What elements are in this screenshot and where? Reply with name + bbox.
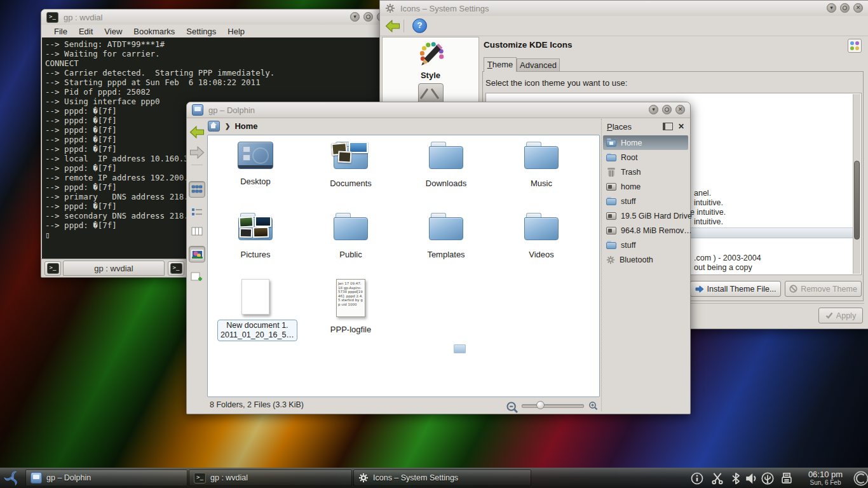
back-button[interactable] — [189, 124, 205, 140]
bluetooth-icon[interactable] — [729, 472, 742, 485]
help-button[interactable]: ? — [412, 18, 427, 33]
back-button[interactable] — [385, 20, 400, 32]
toolbar-separator — [403, 20, 404, 32]
place-item-home[interactable]: Home — [603, 135, 688, 150]
printer-icon[interactable] — [780, 472, 793, 485]
import-arrow-icon — [695, 285, 704, 293]
trash-icon — [607, 168, 615, 177]
sidebar-item-label: Style — [383, 71, 478, 80]
forward-icon — [189, 146, 205, 159]
pictures-folder-icon — [238, 213, 273, 242]
new-tab-button[interactable]: >_ — [44, 261, 61, 276]
close-button[interactable]: ✕ — [853, 3, 863, 13]
scrollbar[interactable] — [853, 94, 860, 274]
task-system-settings[interactable]: Icons – System Settings — [353, 470, 531, 486]
close-button[interactable]: ✕ — [675, 105, 685, 114]
preview-button[interactable] — [189, 246, 205, 262]
place-item-home-partition[interactable]: home — [603, 179, 688, 194]
folder-icon — [606, 153, 616, 161]
places-header: Places ✕ — [602, 119, 689, 134]
minimize-button[interactable]: ▾ — [827, 3, 836, 13]
tab-theme[interactable]: Theme — [484, 57, 517, 72]
maximize-button[interactable] — [363, 12, 373, 22]
tab-list-button[interactable]: >_ — [168, 261, 184, 276]
folder-item-pictures[interactable]: Pictures — [217, 213, 294, 259]
dolphin-icon — [31, 472, 42, 484]
folder-item-music[interactable]: Music — [503, 142, 580, 188]
folder-item-documents[interactable]: Documents — [313, 142, 389, 188]
maximize-button[interactable] — [840, 3, 850, 13]
blank-document-icon — [241, 279, 269, 315]
konsole-menubar: File Edit View Bookmarks Settings Help — [41, 25, 391, 37]
install-theme-button[interactable]: Install Theme File... — [690, 281, 781, 297]
scrollbar-thumb[interactable] — [854, 161, 860, 240]
task-konsole[interactable]: >_ gp : wvdial — [189, 470, 352, 486]
menu-edit[interactable]: Edit — [74, 26, 98, 37]
panel-cashew-icon[interactable] — [853, 470, 868, 487]
forward-button[interactable] — [189, 144, 205, 161]
documents-folder-icon — [334, 142, 368, 171]
apply-button[interactable]: Apply — [818, 308, 863, 323]
system-settings-toolbar: ? ▾ — [380, 16, 868, 36]
zoom-out-icon[interactable] — [506, 401, 519, 414]
menu-settings[interactable]: Settings — [181, 26, 221, 37]
klipper-scissors-icon[interactable] — [711, 472, 724, 485]
info-icon[interactable] — [691, 472, 703, 485]
usb-device-icon[interactable] — [761, 472, 774, 485]
konsole-titlebar[interactable]: >_ gp : wvdial ▾ ✕ — [41, 10, 391, 25]
menu-file[interactable]: File — [49, 26, 72, 37]
task-dolphin[interactable]: gp – Dolphin — [25, 470, 187, 486]
icons-view-button[interactable] — [189, 181, 205, 198]
clock[interactable]: 06:10 pm Sun, 6 Feb — [802, 470, 849, 486]
place-item-bluetooth[interactable]: Bluetooth — [603, 252, 688, 267]
no-entry-icon — [789, 285, 797, 293]
zoom-slider-track[interactable] — [522, 404, 584, 408]
maximize-button[interactable] — [662, 105, 672, 114]
module-heading: Customize KDE Icons — [484, 40, 573, 50]
details-view-button[interactable] — [189, 204, 205, 220]
place-item-trash[interactable]: Trash — [603, 165, 688, 179]
place-item-hard-drive[interactable]: 19.5 GiB Hard Drive — [603, 208, 688, 223]
file-item-ppp-logfile[interactable]: Jan 17 09:47:18 gp-Aspire-5738 pppd[1946… — [313, 279, 389, 334]
menu-help[interactable]: Help — [222, 26, 250, 37]
folder-item-downloads[interactable]: Downloads — [408, 142, 484, 188]
minimize-button[interactable]: ▾ — [350, 12, 360, 22]
tab-advanced[interactable]: Advanced — [517, 58, 560, 72]
volume-icon[interactable] — [745, 472, 758, 485]
menu-view[interactable]: View — [99, 26, 127, 37]
zoom-in-icon[interactable] — [588, 401, 598, 410]
folder-item-desktop[interactable]: Desktop — [217, 142, 294, 186]
konsole-tab[interactable]: gp : wvdial — [63, 261, 165, 276]
folder-view[interactable]: Desktop Documents Downloads Music — [207, 135, 600, 397]
place-item-stuff-2[interactable]: stuff — [603, 238, 688, 252]
folder-item-templates[interactable]: Templates — [408, 213, 484, 259]
home-icon — [606, 139, 616, 147]
float-panel-icon[interactable] — [663, 123, 673, 130]
folder-icon — [429, 142, 463, 171]
split-view-button[interactable] — [189, 269, 205, 285]
breadcrumb-home[interactable]: Home — [234, 121, 257, 131]
folder-item-public[interactable]: Public — [313, 213, 389, 259]
place-item-root[interactable]: Root — [603, 150, 688, 165]
minimize-button[interactable]: ▾ — [649, 105, 658, 114]
app-launcher-button[interactable] — [2, 468, 22, 488]
theme-list-fragment: intuitive. — [694, 217, 723, 226]
columns-view-button[interactable] — [189, 223, 205, 240]
sidebar-item-style[interactable]: Style — [383, 37, 478, 80]
zoom-slider-handle[interactable] — [536, 401, 545, 409]
home-icon[interactable] — [208, 121, 220, 132]
menu-bookmarks[interactable]: Bookmarks — [128, 26, 180, 37]
system-settings-titlebar[interactable]: Icons – System Settings ▾ ✕ — [380, 1, 868, 17]
folder-item-videos[interactable]: Videos — [503, 213, 580, 259]
folder-icon — [524, 213, 559, 242]
konsole-window-title: gp : wvdial — [64, 13, 102, 22]
dolphin-titlebar[interactable]: gp – Dolphin ▾ ✕ — [187, 102, 690, 118]
clock-date: Sun, 6 Feb — [802, 479, 849, 486]
file-item-new-document[interactable]: New document 1. 2011_01_20_16_5… — [217, 279, 294, 341]
split-view-icon — [191, 272, 203, 283]
preview-icon — [191, 250, 203, 259]
place-item-stuff[interactable]: stuff — [603, 194, 688, 208]
close-panel-icon[interactable]: ✕ — [678, 122, 684, 131]
place-item-removable[interactable]: 964.8 MiB Remov… — [603, 223, 688, 238]
remove-theme-button[interactable]: Remove Theme — [785, 281, 862, 297]
